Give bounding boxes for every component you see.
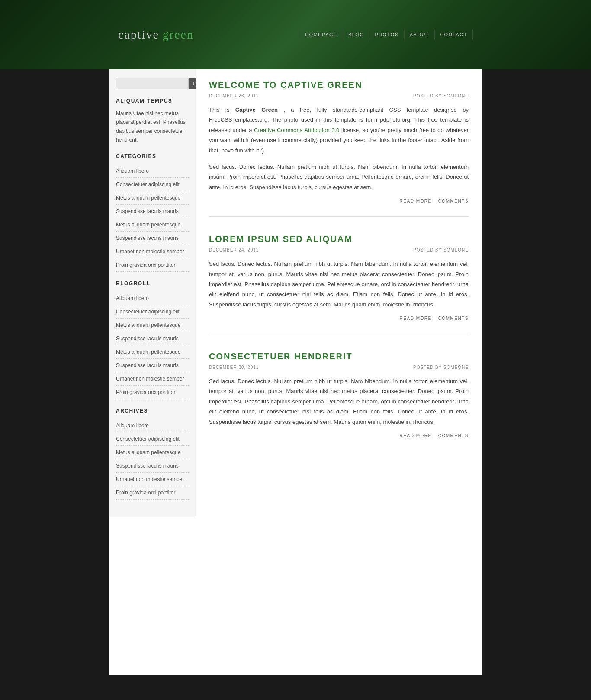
list-item: Suspendisse iaculis mauris bbox=[116, 232, 189, 245]
blog-post: WELCOME TO CAPTIVE GREEN DECEMBER 26, 20… bbox=[209, 80, 469, 217]
archive-link[interactable]: Consectetuer adipiscing elit bbox=[116, 436, 180, 442]
archive-link[interactable]: Suspendisse iaculis mauris bbox=[116, 463, 179, 469]
list-item: Metus aliquam pellentesque bbox=[116, 191, 189, 205]
logo-green: green bbox=[163, 28, 194, 41]
list-item: Consectetuer adipiscing elit bbox=[116, 305, 189, 319]
search-form: GO bbox=[116, 78, 189, 89]
post-date: DECEMBER 20, 2011 bbox=[209, 365, 259, 370]
search-input[interactable] bbox=[116, 78, 189, 89]
list-item: Suspendisse iaculis mauris bbox=[116, 459, 189, 473]
post-author: POSTED BY SOMEONE bbox=[413, 365, 469, 370]
blogroll-title: BLOGROLL bbox=[116, 281, 189, 287]
comments-link[interactable]: COMMENTS bbox=[438, 316, 469, 321]
nav-contact[interactable]: CONTACT bbox=[435, 30, 473, 39]
list-item: Aliquam libero bbox=[116, 292, 189, 305]
read-more-link[interactable]: READ MORE bbox=[400, 316, 432, 321]
list-item: Suspendisse iaculis mauris bbox=[116, 332, 189, 345]
aliquam-section: ALIQUAM TEMPUS Mauris vitae nisl nec met… bbox=[116, 98, 189, 145]
list-item: Consectetuer adipiscing elit bbox=[116, 432, 189, 446]
header: captivegreen HOMEPAGE BLOG PHOTOS ABOUT … bbox=[0, 0, 591, 69]
nav-photos[interactable]: PHOTOS bbox=[369, 30, 404, 39]
category-link[interactable]: Aliquam libero bbox=[116, 168, 149, 174]
blogroll-link[interactable]: Suspendisse iaculis mauris bbox=[116, 335, 179, 342]
post-footer: READ MORE COMMENTS bbox=[209, 433, 469, 438]
list-item: Consectetuer adipiscing elit bbox=[116, 178, 189, 191]
blogroll-link[interactable]: Aliquam libero bbox=[116, 295, 149, 301]
post-title: LOREM IPSUM SED ALIQUAM bbox=[209, 234, 469, 244]
category-link[interactable]: Suspendisse iaculis mauris bbox=[116, 208, 179, 214]
content-area: GO ALIQUAM TEMPUS Mauris vitae nisl nec … bbox=[109, 69, 482, 517]
site-logo[interactable]: captivegreen bbox=[118, 28, 194, 42]
list-item: Metus aliquam pellentesque bbox=[116, 218, 189, 232]
blog-post: LOREM IPSUM SED ALIQUAM DECEMBER 24, 201… bbox=[209, 234, 469, 334]
list-item: Suspendisse iaculis mauris bbox=[116, 359, 189, 372]
post-title: WELCOME TO CAPTIVE GREEN bbox=[209, 80, 469, 90]
list-item: Proin gravida orci porttitor bbox=[116, 258, 189, 272]
post-body-2: Sed lacus. Donec lectus. Nullam pretium … bbox=[209, 162, 469, 192]
nav-homepage[interactable]: HOMEPAGE bbox=[299, 30, 343, 39]
category-link[interactable]: Metus aliquam pellentesque bbox=[116, 222, 180, 228]
categories-list: Aliquam libero Consectetuer adipiscing e… bbox=[116, 165, 189, 272]
categories-section: CATEGORIES Aliquam libero Consectetuer a… bbox=[116, 153, 189, 272]
comments-link[interactable]: COMMENTS bbox=[438, 199, 469, 203]
read-more-link[interactable]: READ MORE bbox=[400, 199, 432, 203]
category-link[interactable]: Suspendisse iaculis mauris bbox=[116, 235, 179, 241]
blogroll-link[interactable]: Suspendisse iaculis mauris bbox=[116, 362, 179, 368]
archive-link[interactable]: Urnanet non molestie semper bbox=[116, 476, 184, 482]
blogroll-link[interactable]: Consectetuer adipiscing elit bbox=[116, 309, 180, 315]
list-item: Proin gravida orci porttitor bbox=[116, 486, 189, 500]
archives-section: ARCHIVES Aliquam libero Consectetuer adi… bbox=[116, 408, 189, 500]
list-item: Aliquam libero bbox=[116, 419, 189, 432]
list-item: Metus aliquam pellentesque bbox=[116, 319, 189, 332]
category-link[interactable]: Metus aliquam pellentesque bbox=[116, 195, 180, 201]
post-author: POSTED BY SOMEONE bbox=[413, 248, 469, 252]
list-item: Metus aliquam pellentesque bbox=[116, 446, 189, 459]
archive-link[interactable]: Proin gravida orci porttitor bbox=[116, 490, 175, 496]
nav-blog[interactable]: BLOG bbox=[343, 30, 370, 39]
post-body: Sed lacus. Donec lectus. Nullam pretium … bbox=[209, 259, 469, 310]
categories-title: CATEGORIES bbox=[116, 153, 189, 159]
cc-license-link[interactable]: Creative Commons Attribution 3.0 bbox=[254, 127, 339, 133]
blogroll-link[interactable]: Proin gravida orci porttitor bbox=[116, 389, 175, 395]
blogroll-link[interactable]: Metus aliquam pellentesque bbox=[116, 349, 180, 355]
list-item: Proin gravida orci porttitor bbox=[116, 386, 189, 399]
list-item: Metus aliquam pellentesque bbox=[116, 345, 189, 359]
archive-link[interactable]: Metus aliquam pellentesque bbox=[116, 449, 180, 455]
post-title: CONSECTETUER HENDRERIT bbox=[209, 352, 469, 361]
read-more-link[interactable]: READ MORE bbox=[400, 433, 432, 438]
post-footer: READ MORE COMMENTS bbox=[209, 199, 469, 203]
category-link[interactable]: Proin gravida orci porttitor bbox=[116, 262, 175, 268]
list-item: Aliquam libero bbox=[116, 165, 189, 178]
post-meta: DECEMBER 20, 2011 POSTED BY SOMEONE bbox=[209, 365, 469, 370]
blog-post: CONSECTETUER HENDRERIT DECEMBER 20, 2011… bbox=[209, 352, 469, 451]
post-meta: DECEMBER 24, 2011 POSTED BY SOMEONE bbox=[209, 248, 469, 252]
nav-about[interactable]: ABOUT bbox=[405, 30, 435, 39]
post-date: DECEMBER 26, 2011 bbox=[209, 94, 259, 98]
list-item: Urnanet non molestie semper bbox=[116, 372, 189, 386]
blogroll-section: BLOGROLL Aliquam libero Consectetuer adi… bbox=[116, 281, 189, 399]
main-content: WELCOME TO CAPTIVE GREEN DECEMBER 26, 20… bbox=[196, 69, 482, 517]
category-link[interactable]: Consectetuer adipiscing elit bbox=[116, 181, 180, 187]
logo-captive: captive bbox=[118, 28, 159, 41]
post-footer: READ MORE COMMENTS bbox=[209, 316, 469, 321]
page-wrapper: GO ALIQUAM TEMPUS Mauris vitae nisl nec … bbox=[109, 69, 482, 675]
main-nav: HOMEPAGE BLOG PHOTOS ABOUT CONTACT bbox=[299, 30, 473, 39]
post-body: This is Captive Green , a free, fully st… bbox=[209, 105, 469, 155]
aliquam-title: ALIQUAM TEMPUS bbox=[116, 98, 189, 104]
blogroll-list: Aliquam libero Consectetuer adipiscing e… bbox=[116, 292, 189, 399]
aliquam-text: Mauris vitae nisl nec metus placerat per… bbox=[116, 109, 189, 145]
post-body: Sed lacus. Donec lectus. Nullam pretium … bbox=[209, 376, 469, 427]
list-item: Urnanet non molestie semper bbox=[116, 473, 189, 486]
post-meta: DECEMBER 26, 2011 POSTED BY SOMEONE bbox=[209, 94, 469, 98]
post-author: POSTED BY SOMEONE bbox=[413, 94, 469, 98]
archives-list: Aliquam libero Consectetuer adipiscing e… bbox=[116, 419, 189, 500]
archive-link[interactable]: Aliquam libero bbox=[116, 423, 149, 429]
comments-link[interactable]: COMMENTS bbox=[438, 433, 469, 438]
list-item: Urnanet non molestie semper bbox=[116, 245, 189, 258]
blogroll-link[interactable]: Urnanet non molestie semper bbox=[116, 376, 184, 382]
archives-title: ARCHIVES bbox=[116, 408, 189, 414]
category-link[interactable]: Urnanet non molestie semper bbox=[116, 248, 184, 255]
blogroll-link[interactable]: Metus aliquam pellentesque bbox=[116, 322, 180, 328]
sidebar: GO ALIQUAM TEMPUS Mauris vitae nisl nec … bbox=[109, 69, 196, 517]
list-item: Suspendisse iaculis mauris bbox=[116, 205, 189, 218]
